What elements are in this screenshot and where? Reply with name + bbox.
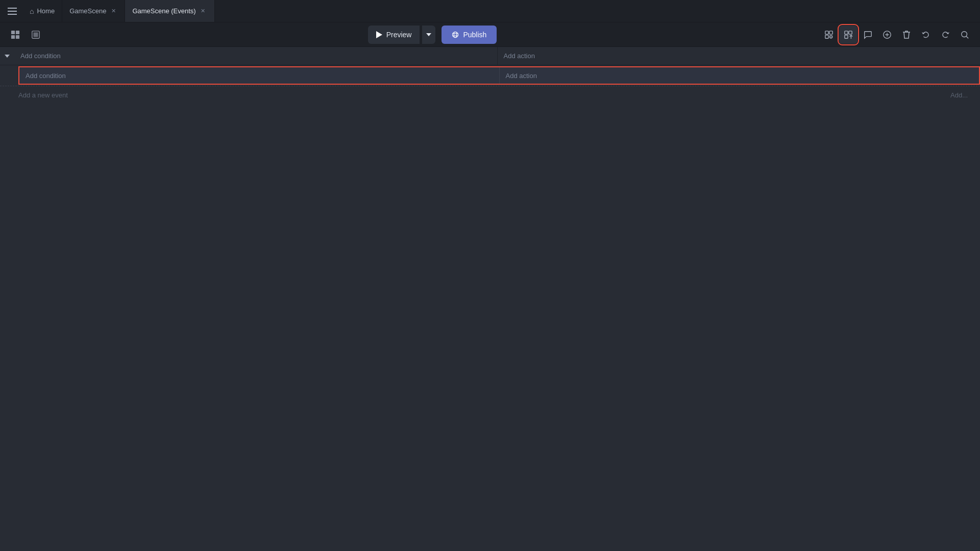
event-expand-button[interactable] [0,47,14,65]
svg-point-6 [453,32,458,37]
tab-gamescene-events-close[interactable]: ✕ [199,7,207,15]
sub-action-label: Add action [506,72,537,80]
redo-button[interactable] [936,26,954,44]
menu-button[interactable] [4,3,20,19]
svg-rect-11 [829,31,832,34]
add-icon [883,30,892,39]
search-button[interactable] [955,26,974,44]
svg-rect-16 [849,31,852,34]
tab-gamescene[interactable]: GameScene ✕ [62,0,125,22]
svg-rect-5 [34,32,38,37]
delete-button[interactable] [897,26,916,44]
svg-rect-0 [11,30,15,34]
tabs-container: ⌂ Home GameScene ✕ GameScene (Events) ✕ [22,0,976,22]
chat-button[interactable] [859,26,877,44]
svg-point-7 [454,32,457,37]
layout-icon [11,30,20,39]
play-icon [376,31,382,38]
preview-dropdown-button[interactable] [422,26,435,44]
svg-rect-10 [825,31,828,34]
delete-icon [902,30,911,39]
home-icon: ⌂ [30,7,34,15]
main-content: Add condition Add action Add condition A… [0,47,980,551]
svg-point-14 [830,36,831,37]
selected-event-row[interactable]: Add condition Add action [18,66,980,85]
chevron-down-icon [426,33,431,36]
scene-view-icon [824,30,834,39]
sub-add-action[interactable]: Add action [500,67,979,84]
outer-action-label: Add action [504,52,535,60]
title-bar: ⌂ Home GameScene ✕ GameScene (Events) ✕ [0,0,980,22]
search-icon [960,30,969,39]
toolbar-right [820,26,974,44]
sub-add-condition[interactable]: Add condition [19,67,500,84]
toolbar: Preview Publish [0,22,980,47]
add-new-event-row[interactable]: Add a new event Add... [0,86,980,104]
tab-home[interactable]: ⌂ Home [22,0,62,22]
tab-gamescene-close[interactable]: ✕ [109,7,117,15]
svg-rect-12 [825,35,828,38]
events-icon [844,30,853,39]
svg-rect-1 [16,30,19,34]
publish-label: Publish [463,31,486,39]
chat-icon [863,30,872,39]
add-button[interactable] [878,26,896,44]
layout-button[interactable] [6,26,24,44]
sub-condition-label: Add condition [26,72,66,80]
scene-view-button[interactable] [820,26,838,44]
events-button[interactable] [839,26,857,44]
outer-add-condition[interactable]: Add condition [14,47,498,65]
scene-icon [31,30,40,39]
svg-rect-15 [845,31,848,34]
events-table: Add condition Add action Add condition A… [0,47,980,104]
chevron-down-icon [5,55,10,58]
outer-add-action[interactable]: Add action [498,47,981,65]
svg-rect-17 [845,35,848,38]
tab-gamescene-events[interactable]: GameScene (Events) ✕ [125,0,214,22]
toolbar-left [6,26,45,44]
preview-label: Preview [386,31,412,39]
undo-button[interactable] [917,26,935,44]
redo-icon [941,30,950,39]
globe-icon [452,31,459,38]
undo-icon [921,30,930,39]
add-event-dots: Add... [950,91,974,99]
preview-button[interactable]: Preview [368,26,420,44]
svg-rect-3 [16,35,19,38]
toolbar-center: Preview Publish [368,26,497,44]
svg-rect-2 [11,35,15,38]
scene-button[interactable] [27,26,45,44]
tab-gamescene-events-label: GameScene (Events) [132,7,195,15]
add-new-event-label: Add a new event [18,91,68,99]
outer-condition-label: Add condition [20,52,61,60]
event-top-row: Add condition Add action [0,47,980,65]
svg-line-22 [966,36,969,38]
tab-gamescene-label: GameScene [69,7,106,15]
tab-home-label: Home [37,7,55,15]
publish-button[interactable]: Publish [442,26,497,44]
